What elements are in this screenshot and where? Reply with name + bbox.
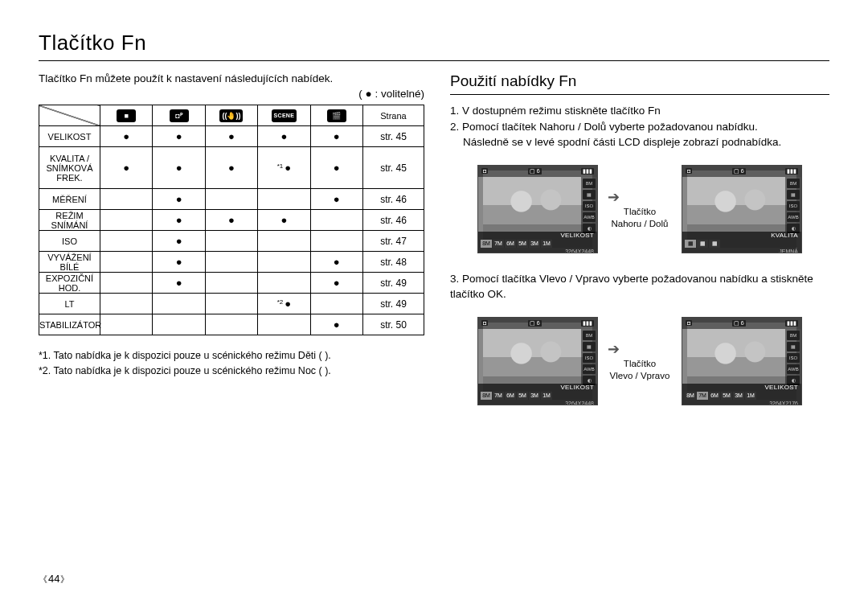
step-2b: Následně se v levé spodní části LCD disp…: [463, 134, 829, 150]
table-cell: ●: [258, 210, 310, 231]
mode-asr-icon: ((🤚)): [205, 105, 257, 126]
table-cell: [258, 231, 310, 252]
mode-scene-icon: SCENE: [258, 105, 310, 126]
table-cell: ●: [205, 126, 257, 147]
table-cell: ●: [205, 147, 257, 189]
table-cell: ●: [153, 210, 205, 231]
header-blank: [39, 105, 100, 126]
row-page: str. 46: [362, 210, 424, 231]
row-page: str. 49: [362, 294, 424, 314]
table-cell: *1●: [258, 147, 310, 189]
row-label: KVALITA /SNÍMKOVÁFREK.: [39, 147, 100, 189]
table-cell: ●: [310, 273, 362, 294]
lcd-screen-4: ◘▢ 6▮▮▮ 8M▦ISOAWB◐ VELIKOST 8M7M6M5M3M1M…: [682, 317, 802, 405]
arrow-icon: ➔: [608, 340, 672, 358]
table-cell: [258, 252, 310, 273]
subheading: Použití nabídky Fn: [450, 72, 829, 95]
illustration-row-2: ◘▢ 6▮▮▮ 8M▦ISOAWB◐ VELIKOST 8M7M6M5M3M1M…: [450, 317, 829, 405]
table-cell: ●: [100, 126, 152, 147]
table-cell: ●: [310, 147, 362, 189]
lcd-screen-3: ◘▢ 6▮▮▮ 8M▦ISOAWB◐ VELIKOST 8M7M6M5M3M1M…: [477, 317, 598, 405]
table-cell: ●: [153, 126, 205, 147]
row-page: str. 48: [362, 252, 424, 273]
arrow-icon: ➔: [608, 188, 672, 206]
mode-program-icon: ◘ᴾ: [153, 105, 205, 126]
table-cell: [205, 294, 257, 314]
table-cell: [100, 314, 152, 335]
illustration-row-1: ◘▢ 6▮▮▮ 8M▦ISOAWB◐ VELIKOST 8M7M6M5M3M1M…: [450, 165, 829, 253]
footnote-1: *1. Tato nabídka je k dispozici pouze u …: [39, 348, 424, 364]
table-cell: [310, 231, 362, 252]
table-row: VELIKOST●●●●●str. 45: [39, 126, 424, 147]
legend-text: ( ● : volitelné): [39, 88, 424, 100]
row-label: REŽIM SNÍMÁNÍ: [39, 210, 100, 231]
table-cell: [153, 294, 205, 314]
row-label: EXPOZIČNÍ HOD.: [39, 273, 100, 294]
table-row: MĚŘENÍ●●str. 46: [39, 189, 424, 210]
row-page: str. 46: [362, 189, 424, 210]
table-cell: [100, 252, 152, 273]
row-label: VYVÁŽENÍ BÍLÉ: [39, 252, 100, 273]
footnote-2: *2. Tato nabídka je k dispozici pouze u …: [39, 364, 424, 379]
mode-movie-icon: 🎬: [310, 105, 362, 126]
table-cell: [258, 314, 310, 335]
lcd-screen-2: ◘▢ 6▮▮▮ 8M▦ISOAWB◐ KVALITA ▦▦▦ JEMNÁ: [682, 165, 802, 253]
row-label: VELIKOST: [39, 126, 100, 147]
table-cell: ●: [153, 147, 205, 189]
table-row: LT*2●str. 49: [39, 294, 424, 314]
table-cell: [100, 273, 152, 294]
table-cell: [100, 210, 152, 231]
row-page: str. 50: [362, 314, 424, 335]
step-3: 3. Pomocí tlačítka Vlevo / Vpravo vybert…: [450, 271, 829, 302]
table-cell: [258, 189, 310, 210]
table-cell: [100, 294, 152, 314]
row-label: ISO: [39, 231, 100, 252]
table-row: EXPOZIČNÍ HOD.●●str. 49: [39, 273, 424, 294]
row-page: str. 45: [362, 126, 424, 147]
table-cell: ●: [153, 189, 205, 210]
table-row: ISO●str. 47: [39, 231, 424, 252]
table-cell: *2●: [258, 294, 310, 314]
arrow-2-label: TlačítkoVlevo / Vpravo: [608, 358, 672, 382]
step-2: 2. Pomocí tlačítek Nahoru / Dolů vyberte…: [450, 119, 829, 135]
page-number: 44: [39, 573, 69, 586]
table-row: VYVÁŽENÍ BÍLÉ●●str. 48: [39, 252, 424, 273]
step-1: 1. V dostupném režimu stiskněte tlačítko…: [450, 103, 829, 119]
row-label: STABILIZÁTOR: [39, 314, 100, 335]
lcd-screen-1: ◘▢ 6▮▮▮ 8M▦ISOAWB◐ VELIKOST 8M7M6M5M3M1M…: [477, 165, 598, 253]
table-row: STABILIZÁTOR●str. 50: [39, 314, 424, 335]
table-cell: [153, 314, 205, 335]
table-cell: [310, 294, 362, 314]
table-cell: [205, 314, 257, 335]
table-cell: [205, 252, 257, 273]
table-cell: [205, 189, 257, 210]
arrow-1-label: TlačítkoNahoru / Dolů: [608, 206, 672, 230]
row-page: str. 49: [362, 273, 424, 294]
table-row: REŽIM SNÍMÁNÍ●●●str. 46: [39, 210, 424, 231]
page-title: Tlačítko Fn: [39, 31, 829, 55]
row-label: LT: [39, 294, 100, 314]
table-cell: ●: [310, 252, 362, 273]
table-cell: ●: [310, 189, 362, 210]
row-label: MĚŘENÍ: [39, 189, 100, 210]
table-header-row: ◘ᴾ ((🤚)) SCENE 🎬 Strana: [39, 105, 424, 126]
table-cell: ●: [310, 314, 362, 335]
table-cell: [310, 210, 362, 231]
table-cell: [100, 189, 152, 210]
header-page: Strana: [362, 105, 424, 126]
row-page: str. 45: [362, 147, 424, 189]
intro-text: Tlačítko Fn můžete použít k nastavení ná…: [39, 72, 424, 84]
fn-menu-table: ◘ᴾ ((🤚)) SCENE 🎬 Strana VELIKOST●●●●●str…: [39, 105, 424, 335]
table-cell: ●: [310, 126, 362, 147]
table-cell: ●: [153, 252, 205, 273]
table-cell: ●: [205, 210, 257, 231]
table-cell: [258, 273, 310, 294]
table-cell: ●: [153, 231, 205, 252]
row-page: str. 47: [362, 231, 424, 252]
table-cell: ●: [153, 273, 205, 294]
table-cell: [205, 273, 257, 294]
table-cell: ●: [100, 147, 152, 189]
table-cell: [100, 231, 152, 252]
table-cell: [205, 231, 257, 252]
table-row: KVALITA /SNÍMKOVÁFREK.●●●*1●●str. 45: [39, 147, 424, 189]
